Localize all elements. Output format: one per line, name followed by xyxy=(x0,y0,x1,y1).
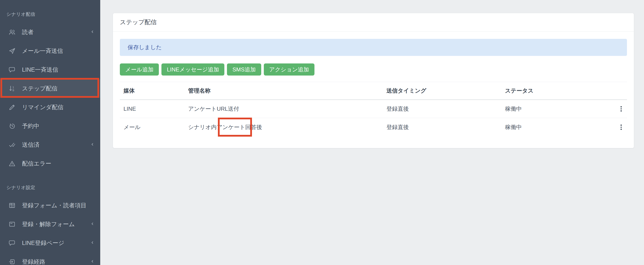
sidebar-item-sent[interactable]: 送信済 xyxy=(0,135,100,154)
sidebar-item-label: 登録・解除フォーム xyxy=(22,220,75,228)
add-sms-button[interactable]: SMS追加 xyxy=(227,64,261,76)
timing-cell: 登録直後 xyxy=(383,118,501,136)
main-content: ステップ配信 保存しました メール追加 LINEメッセージ追加 SMS追加 アク… xyxy=(100,0,644,265)
add-mail-button[interactable]: メール追加 xyxy=(120,64,159,76)
step-delivery-card: ステップ配信 保存しました メール追加 LINEメッセージ追加 SMS追加 アク… xyxy=(113,13,634,148)
status-cell: 稼働中 xyxy=(501,118,614,136)
sidebar-section-label-scenario-settings: シナリオ設定 xyxy=(6,185,100,190)
chevron-left-icon xyxy=(90,142,94,147)
add-action-button[interactable]: アクション追加 xyxy=(264,64,314,76)
sidebar-item-label: ステップ配信 xyxy=(22,85,58,92)
send-icon xyxy=(8,47,16,55)
chevron-left-icon xyxy=(90,222,94,227)
chat-icon xyxy=(8,239,16,247)
saved-alert: 保存しました xyxy=(120,39,627,56)
header-actions xyxy=(614,82,627,100)
sidebar-item-label: LINE登録ページ xyxy=(22,239,64,247)
add-line-message-button[interactable]: LINEメッセージ追加 xyxy=(162,64,224,76)
header-timing: 送信タイミング xyxy=(383,82,501,100)
sidebar-item-registration-route[interactable]: 登録経路 xyxy=(0,252,100,265)
sidebar-item-label: 読者 xyxy=(22,28,34,36)
svg-text:1: 1 xyxy=(12,86,14,89)
table-header-row: 媒体 管理名称 送信タイミング ステータス xyxy=(120,82,627,100)
table-row: LINE アンケートURL送付 登録直後 稼働中 xyxy=(120,100,627,118)
sidebar-item-mail-broadcast[interactable]: メール一斉送信 xyxy=(0,42,100,60)
chat-icon xyxy=(8,66,16,74)
step-delivery-table: 媒体 管理名称 送信タイミング ステータス LINE アンケートURL送付 登録… xyxy=(120,82,627,136)
sidebar: シナリオ配信 読者 メール一斉送信 LINE一斉送信 19 ステップ配信 リマイ… xyxy=(0,0,100,265)
add-buttons-row: メール追加 LINEメッセージ追加 SMS追加 アクション追加 xyxy=(120,64,627,76)
warning-icon xyxy=(8,160,16,167)
signin-icon xyxy=(8,258,16,265)
table-icon xyxy=(8,201,16,209)
sidebar-item-label: 送信済 xyxy=(22,141,40,149)
sidebar-item-reminder-delivery[interactable]: リマインダ配信 xyxy=(0,98,100,117)
sidebar-item-register-unsubscribe-form[interactable]: 登録・解除フォーム xyxy=(0,215,100,233)
sidebar-item-readers[interactable]: 読者 xyxy=(0,23,100,42)
users-icon xyxy=(8,28,16,36)
sidebar-section-label-scenario-delivery: シナリオ配信 xyxy=(6,12,100,17)
sidebar-item-registration-form-fields[interactable]: 登録フォーム・読者項目 xyxy=(0,196,100,215)
chevron-left-icon xyxy=(90,30,94,35)
name-cell: アンケートURL送付 xyxy=(184,100,383,118)
sidebar-item-label: リマインダ配信 xyxy=(22,103,63,111)
header-status: ステータス xyxy=(501,82,614,100)
sort-numeric-icon: 19 xyxy=(8,85,16,92)
card-title: ステップ配信 xyxy=(113,13,634,32)
sidebar-item-label: 登録経路 xyxy=(22,258,45,265)
media-cell: LINE xyxy=(120,100,184,118)
header-name: 管理名称 xyxy=(184,82,383,100)
pencil-icon xyxy=(8,103,16,111)
sidebar-item-label: LINE一斉送信 xyxy=(22,66,58,74)
sidebar-item-step-delivery[interactable]: 19 ステップ配信 xyxy=(0,79,100,98)
sidebar-item-label: 登録フォーム・読者項目 xyxy=(22,201,86,209)
timing-cell: 登録直後 xyxy=(383,100,501,118)
status-cell: 稼働中 xyxy=(501,100,614,118)
name-cell: シナリオ内アンケート回答後 xyxy=(184,118,383,136)
header-media: 媒体 xyxy=(120,82,184,100)
check-double-icon xyxy=(8,141,16,149)
actions-cell xyxy=(614,100,627,118)
table-row: メール シナリオ内アンケート回答後 登録直後 稼働中 xyxy=(120,118,627,136)
history-icon xyxy=(8,122,16,130)
sidebar-item-delivery-error[interactable]: 配信エラー xyxy=(0,154,100,173)
chevron-left-icon xyxy=(90,240,94,245)
actions-cell xyxy=(614,118,627,136)
sidebar-item-label: 配信エラー xyxy=(22,160,51,167)
kebab-menu-icon[interactable] xyxy=(618,104,625,114)
sidebar-item-line-registration-page[interactable]: LINE登録ページ xyxy=(0,233,100,252)
svg-text:9: 9 xyxy=(12,89,14,92)
saved-alert-text: 保存しました xyxy=(128,44,162,51)
chevron-left-icon xyxy=(90,259,94,264)
media-cell: メール xyxy=(120,118,184,136)
sidebar-item-line-broadcast[interactable]: LINE一斉送信 xyxy=(0,60,100,79)
card-body: 保存しました メール追加 LINEメッセージ追加 SMS追加 アクション追加 媒… xyxy=(113,32,634,136)
sidebar-item-label: メール一斉送信 xyxy=(22,47,63,55)
sidebar-item-scheduled[interactable]: 予約中 xyxy=(0,117,100,135)
kebab-menu-icon[interactable] xyxy=(618,122,625,132)
sidebar-item-label: 予約中 xyxy=(22,122,40,130)
form-icon xyxy=(8,220,16,228)
